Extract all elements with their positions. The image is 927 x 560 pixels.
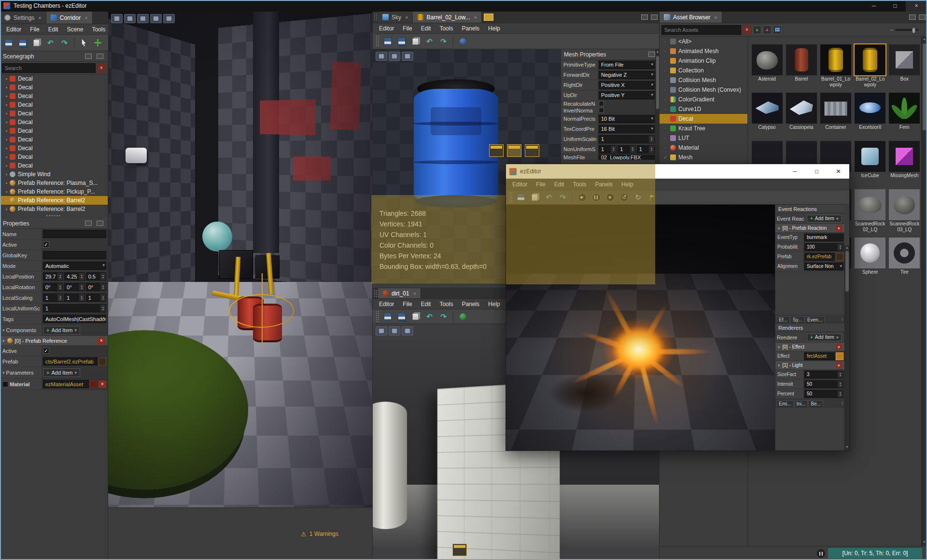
rotation-y-stepper[interactable]: 0°▴▾ xyxy=(64,283,84,291)
add-asset-icon[interactable]: + xyxy=(753,26,761,34)
menu-file[interactable]: File xyxy=(398,25,416,32)
scrollbar[interactable]: ▲▼ xyxy=(921,37,927,546)
loop-icon[interactable] xyxy=(632,191,645,204)
menu-edit[interactable]: Edit xyxy=(44,26,63,33)
asset-card[interactable]: ScannedRock02_LQ xyxy=(853,189,887,238)
asset-card[interactable]: IceCube xyxy=(853,141,887,189)
save-icon[interactable] xyxy=(514,191,527,204)
copy-icon[interactable] xyxy=(409,310,422,323)
redo-icon[interactable] xyxy=(437,310,450,323)
menu-edit[interactable]: Edit xyxy=(550,181,569,188)
recalculate-normals-checkbox[interactable] xyxy=(599,101,604,106)
restart-c-icon[interactable] xyxy=(618,191,631,204)
panel-tab[interactable]: Ef... xyxy=(776,316,790,323)
grid-view-icon[interactable] xyxy=(773,26,782,34)
warnings-badge[interactable]: 1 Warnings xyxy=(309,531,338,537)
remove-icon[interactable]: × xyxy=(836,344,842,350)
scene-3d-viewport[interactable] xyxy=(108,12,372,507)
asset-card[interactable]: Container xyxy=(818,93,853,141)
asset-type-item[interactable]: ·Curve1D xyxy=(660,104,747,114)
maximize-icon[interactable] xyxy=(402,326,413,336)
texcoord-precision-dropdown[interactable]: 16 Bit xyxy=(599,125,655,133)
asset-card[interactable]: ScannedRock03_LQ xyxy=(887,189,922,238)
panel-close-icon[interactable] xyxy=(919,14,926,20)
remove-icon[interactable]: × xyxy=(836,225,842,231)
menu-help[interactable]: Help xyxy=(484,25,505,32)
uniform-scaling-stepper[interactable]: 1▴▾ xyxy=(599,135,655,143)
menu-panels[interactable]: Panels xyxy=(590,181,617,188)
play-c-icon[interactable] xyxy=(576,191,589,204)
menu-tools[interactable]: Tools xyxy=(568,181,590,188)
tab-dirt-01[interactable]: dirt_01 × xyxy=(378,288,421,298)
tab-barrel-02[interactable]: Barrel_02_Low... × xyxy=(413,12,482,23)
undo-icon[interactable] xyxy=(44,37,57,49)
tab-sky[interactable]: Sky × xyxy=(378,12,413,23)
close-icon[interactable]: × xyxy=(84,15,87,21)
close-icon[interactable]: × xyxy=(906,0,927,12)
panel-tab[interactable]: Be... xyxy=(808,400,823,407)
menu-tools[interactable]: Tools xyxy=(87,26,110,33)
save-all-icon[interactable] xyxy=(395,35,408,48)
asset-card[interactable]: Barrel_02_Lowpoly xyxy=(853,44,887,93)
uniform-scale-stepper[interactable]: 1▴▾ xyxy=(43,304,106,312)
material-asset-field[interactable]: ezMaterialAsset xyxy=(43,380,89,388)
rotation-x-stepper[interactable]: 0°▴▾ xyxy=(43,283,63,291)
asset-type-item[interactable]: ·LUT xyxy=(660,133,747,143)
forward-dir-dropdown[interactable]: Negative Z xyxy=(599,71,655,79)
panel-float-icon[interactable] xyxy=(648,52,655,57)
title-bar[interactable]: Testing Chambers - ezEditor ─ □ × xyxy=(0,0,927,12)
menu-file[interactable]: File xyxy=(26,26,43,33)
menu-tools[interactable]: Tools xyxy=(435,301,457,308)
camera-icon[interactable] xyxy=(376,326,387,336)
mode-dropdown[interactable]: Automatic xyxy=(43,262,106,270)
flag-icon[interactable] xyxy=(646,191,659,204)
asset-type-item[interactable]: ·Kraut Tree xyxy=(660,124,747,133)
asset-card[interactable]: Asteroid xyxy=(750,44,784,93)
panel-float-icon[interactable] xyxy=(85,221,92,226)
asset-type-item[interactable]: ·Decal xyxy=(660,114,747,124)
scenegraph-item[interactable]: Decal xyxy=(0,144,108,153)
asset-card[interactable]: Sphere xyxy=(853,238,887,286)
scale-z-stepper[interactable]: 1▴▾ xyxy=(637,145,655,154)
scenegraph-item[interactable]: Decal xyxy=(0,100,108,109)
add-component-button[interactable]: +Add Item▾ xyxy=(43,326,80,335)
scenegraph-item[interactable]: Decal xyxy=(0,126,108,135)
asset-type-item[interactable]: ·<All> xyxy=(660,37,747,46)
primitive-type-dropdown[interactable]: From File xyxy=(599,61,655,69)
menu-edit[interactable]: Edit xyxy=(417,301,435,308)
size-factor-stepper[interactable]: 3▴▾ xyxy=(804,371,843,378)
asset-type-item[interactable]: ·Collision Mesh xyxy=(660,75,747,85)
thumbnail-size-slider[interactable] xyxy=(895,29,918,31)
undo-icon[interactable] xyxy=(423,310,436,323)
globe-icon[interactable] xyxy=(456,35,469,48)
asset-card[interactable]: ExcelsiorII xyxy=(853,93,887,141)
particle-editor-window[interactable]: ezEditor ─ □ ✕ EditorFileEditToolsPanels… xyxy=(506,164,850,451)
scenegraph-search-input[interactable] xyxy=(2,63,96,73)
scenegraph-item[interactable]: Decal xyxy=(0,109,108,118)
translate-icon[interactable] xyxy=(91,37,104,49)
close-icon[interactable]: × xyxy=(413,291,416,296)
scenegraph-item[interactable]: Decal xyxy=(0,92,108,100)
menu-edit[interactable]: Edit xyxy=(417,25,435,32)
prefab-asset-field[interactable]: rk.ezPrefab xyxy=(804,253,835,261)
intensity-stepper[interactable]: 50▴▾ xyxy=(804,380,843,388)
scenegraph-item[interactable]: Prefab Reference: Barrel2 xyxy=(0,196,108,205)
redo-icon[interactable] xyxy=(556,191,569,204)
scenegraph-item[interactable]: Decal xyxy=(0,153,108,161)
asset-card[interactable]: Barrel xyxy=(784,44,818,93)
panel-float-icon[interactable] xyxy=(909,14,916,20)
panel-close-icon[interactable] xyxy=(97,221,103,226)
panel-float-icon[interactable] xyxy=(85,54,92,59)
panel-tab[interactable]: Even... xyxy=(805,316,825,323)
menu-file[interactable]: File xyxy=(532,181,549,188)
browse-asset-icon[interactable] xyxy=(98,358,106,365)
tab-settings[interactable]: Settings × xyxy=(0,12,46,24)
name-field[interactable] xyxy=(43,230,106,238)
panel-close-icon[interactable] xyxy=(651,14,658,20)
scenegraph-item[interactable]: Decal xyxy=(0,74,108,83)
save-icon[interactable] xyxy=(2,37,15,49)
camera-icon[interactable] xyxy=(111,14,123,23)
tags-dropdown[interactable]: AutoColMesh|CastShadow xyxy=(43,315,106,323)
add-event-reaction-button[interactable]: +Add Item▾ xyxy=(807,215,842,223)
menu-editor[interactable]: Editor xyxy=(375,301,398,308)
